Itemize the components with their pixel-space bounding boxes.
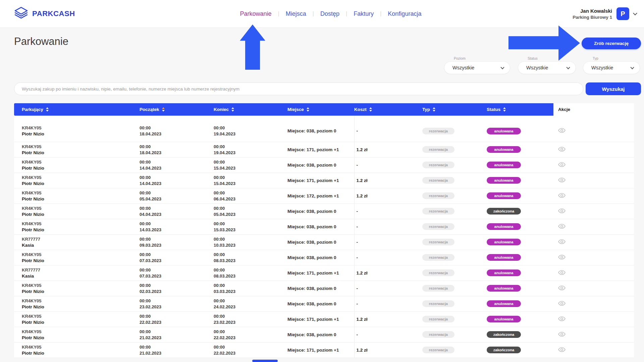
chevron-down-icon	[630, 65, 634, 69]
nav-konfiguracja[interactable]: Konfiguracja	[388, 10, 421, 17]
status-badge: anulowana	[487, 254, 521, 261]
end-cell: 00:00 05.04.2023	[214, 203, 287, 219]
eye-icon[interactable]	[558, 347, 566, 352]
type-badge: rezerwacja	[422, 223, 454, 230]
column-header-poczatek[interactable]: Początek	[140, 103, 214, 116]
table-row[interactable]: KR4KY05 Piotr Nizio 00:00 23.02.2023 00:…	[14, 296, 634, 311]
search-input[interactable]	[14, 82, 583, 95]
parker-name: Piotr Nizio	[22, 304, 138, 309]
table-row[interactable]: KR4KY05 Piotr Nizio 00:00 18.04.2023 00:…	[14, 116, 634, 142]
nav-faktury[interactable]: Faktury	[354, 10, 374, 17]
end-cell: 00:00 19.04.2023	[214, 142, 287, 157]
place-cell: Miejsce: 038, poziom 0	[287, 219, 354, 234]
eye-icon[interactable]	[558, 224, 566, 229]
sort-ascending-icon	[162, 107, 165, 112]
filter-value: Wszystkie	[526, 65, 567, 70]
filter-status[interactable]: Status Wszystkie	[518, 61, 576, 74]
actions-cell	[553, 234, 634, 250]
type-cell: rezerwacja	[422, 327, 487, 342]
column-header-status[interactable]: Status	[487, 103, 553, 116]
user-menu[interactable]: Jan Kowalski Parking Biurowy 1 P	[573, 7, 644, 20]
actions-cell	[553, 327, 634, 342]
status-badge: zakończona	[487, 331, 521, 338]
end-date: 22.02.2023	[214, 335, 286, 340]
search-button[interactable]: Wyszukaj	[586, 82, 641, 95]
eye-icon[interactable]	[558, 128, 566, 133]
end-cell: 00:00 03.03.2023	[214, 281, 287, 296]
column-header-typ[interactable]: Typ	[422, 103, 487, 116]
eye-icon[interactable]	[558, 316, 566, 321]
column-header-parkujacy[interactable]: Parkujący	[14, 103, 140, 116]
type-badge: rezerwacja	[422, 347, 454, 353]
nav-miejsca[interactable]: Miejsca	[286, 10, 306, 17]
end-time: 00:00	[214, 125, 286, 130]
nav-parkowanie[interactable]: Parkowanie	[240, 10, 272, 17]
eye-icon[interactable]	[558, 285, 566, 291]
eye-icon[interactable]	[558, 254, 566, 260]
table-row[interactable]: KR4KY05 Piotr Nizio 00:00 14.03.2023 00:…	[14, 219, 634, 234]
filter-label: Status	[528, 56, 538, 60]
table-row[interactable]: KR4KY05 Piotr Nizio 00:00 21.02.2023 00:…	[14, 327, 634, 342]
parker-cell: KR4KY05 Piotr Nizio	[14, 157, 140, 173]
table-row[interactable]: KR4KY05 Piotr Nizio 00:00 21.02.2023 00:…	[14, 342, 634, 358]
nav-dostep[interactable]: Dostęp	[320, 10, 339, 17]
filter-typ[interactable]: Typ Wszystkie	[583, 61, 640, 74]
start-date: 09.03.2023	[140, 243, 212, 248]
type-cell: rezerwacja	[422, 157, 487, 173]
end-date: 08.03.2023	[214, 258, 286, 263]
table-row[interactable]: KR77777 Kasia 00:00 07.03.2023 00:00 08.…	[14, 265, 634, 281]
actions-cell	[553, 296, 634, 311]
eye-icon[interactable]	[558, 301, 566, 306]
table-row[interactable]: KR4KY05 Piotr Nizio 00:00 02.03.2023 00:…	[14, 281, 634, 296]
parker-name: Piotr Nizio	[22, 351, 138, 356]
end-cell: 00:00 19.04.2023	[214, 116, 287, 142]
eye-icon[interactable]	[558, 177, 566, 183]
avatar[interactable]: P	[616, 7, 629, 20]
eye-icon[interactable]	[558, 331, 566, 337]
chevron-down-icon[interactable]	[633, 11, 637, 15]
sort-icon	[307, 107, 309, 112]
type-cell: rezerwacja	[422, 234, 487, 250]
column-header-koniec[interactable]: Koniec	[214, 103, 287, 116]
eye-icon[interactable]	[558, 193, 566, 198]
start-time: 00:00	[140, 314, 212, 319]
table-row[interactable]: KR4KY05 Piotr Nizio 00:00 07.03.2023 00:…	[14, 250, 634, 265]
column-header-koszt[interactable]: Koszt	[354, 103, 422, 116]
eye-icon[interactable]	[558, 162, 566, 167]
start-time: 00:00	[140, 237, 212, 242]
eye-icon[interactable]	[558, 270, 566, 275]
table-row[interactable]: KR4KY05 Piotr Nizio 00:00 05.04.2023 00:…	[14, 188, 634, 203]
eye-icon[interactable]	[558, 208, 566, 214]
column-header-miejsce[interactable]: Miejsce	[287, 103, 354, 116]
place-cell: Miejsce: 038, poziom 0	[287, 250, 354, 265]
end-cell: 00:00 22.02.2023	[214, 327, 287, 342]
annotation-arrow-right-icon	[508, 25, 580, 61]
table-row[interactable]: KR77777 Kasia 00:00 09.03.2023 00:00 10.…	[14, 234, 634, 250]
table-row[interactable]: KR4KY05 Piotr Nizio 00:00 22.02.2023 00:…	[14, 311, 634, 327]
start-time: 00:00	[140, 160, 212, 165]
filter-poziom[interactable]: Poziom Wszystkie	[444, 61, 510, 74]
table-row[interactable]: KR4KY05 Piotr Nizio 00:00 14.04.2023 00:…	[14, 157, 634, 173]
start-cell: 00:00 05.04.2023	[140, 188, 214, 203]
start-date: 22.02.2023	[140, 320, 212, 325]
make-reservation-button[interactable]: Zrób rezerwację	[582, 38, 641, 49]
table-row[interactable]: KR4KY05 Piotr Nizio 00:00 14.04.2023 00:…	[14, 173, 634, 188]
parker-name: Piotr Nizio	[22, 196, 138, 201]
start-cell: 00:00 21.02.2023	[140, 327, 214, 342]
horizontal-scrollbar-thumb[interactable]	[252, 360, 278, 362]
parker-name: Piotr Nizio	[22, 150, 138, 155]
status-badge: anulowana	[487, 192, 521, 199]
end-date: 03.03.2023	[214, 289, 286, 294]
parker-cell: KR4KY05 Piotr Nizio	[14, 142, 140, 157]
end-time: 00:00	[214, 206, 286, 211]
parker-cell: KR4KY05 Piotr Nizio	[14, 188, 140, 203]
start-cell: 00:00 14.04.2023	[140, 173, 214, 188]
eye-icon[interactable]	[558, 146, 566, 152]
license-plate: KR4KY05	[22, 298, 138, 303]
actions-cell	[553, 173, 634, 188]
brand-logo[interactable]: PARKCASH	[0, 6, 75, 21]
place-cell: Miejsce: 171, poziom +1	[287, 265, 354, 281]
eye-icon[interactable]	[558, 239, 566, 244]
table-row[interactable]: KR4KY05 Piotr Nizio 00:00 04.04.2023 00:…	[14, 203, 634, 219]
table-row[interactable]: KR4KY05 Piotr Nizio 00:00 18.04.2023 00:…	[14, 142, 634, 157]
